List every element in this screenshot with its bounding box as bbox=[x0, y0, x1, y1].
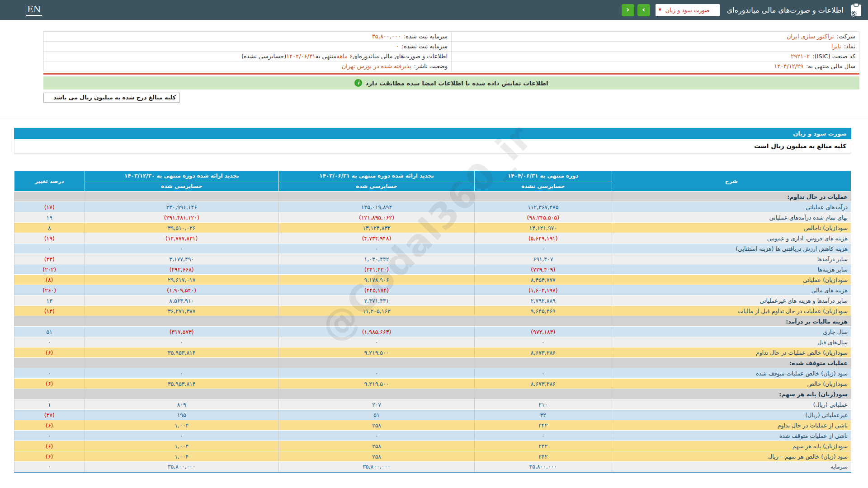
info-text-segment: منتهی به bbox=[316, 53, 336, 60]
topbar: اطلاعات و صورت‌های مالی میاندوره‌ای صورت… bbox=[0, 0, 868, 20]
description-cell: سود(زیان) پایه هر سهم bbox=[612, 441, 851, 451]
percent-change-value: (۶) bbox=[14, 420, 85, 431]
info-label: وضعیت ناشر: bbox=[414, 63, 448, 70]
language-en-link[interactable]: EN bbox=[26, 4, 42, 16]
chevron-down-icon: ▼ bbox=[659, 8, 661, 12]
info-text-segment: ۱۴۰۴/۰۶/۳۱ bbox=[286, 53, 316, 60]
current-period-value: ۱۴,۱۲۱,۹۷۰ bbox=[475, 223, 612, 233]
current-period-value: ۰ bbox=[475, 431, 612, 441]
info-label: نماد: bbox=[844, 43, 855, 50]
restated-period-value: (۲۴۱,۴۲۰) bbox=[278, 264, 474, 275]
table-row: سود (زیان) خالص عملیات متوقف شده۰۰۰۰ bbox=[14, 368, 851, 379]
subheader-current-audit-status: حسابرسی نشده bbox=[475, 181, 612, 192]
restated-period-value: ۲۰۷ bbox=[278, 399, 474, 410]
restated-period-value: (۱,۹۸۵,۶۶۳) bbox=[278, 327, 474, 337]
next-statement-button[interactable]: › bbox=[637, 4, 650, 16]
restated-year-value: (۲۹۲,۶۶۸) bbox=[85, 264, 278, 275]
restated-year-value: ۸۰۹ bbox=[85, 399, 278, 410]
current-period-value: ۸,۶۷۳,۲۸۶ bbox=[475, 347, 612, 358]
current-period-value: ۲,۷۹۲,۸۸۹ bbox=[475, 296, 612, 306]
restated-period-value: ۳۵,۸۰۰,۰۰۰ bbox=[278, 462, 474, 472]
current-period-value: (۱,۶۰۲,۱۹۷) bbox=[475, 285, 612, 296]
statement-type-value: صورت سود و زیان bbox=[665, 7, 710, 14]
info-value: ۱۴۰۴/۱۲/۲۹ bbox=[774, 63, 803, 70]
current-period-value: (۹۸,۲۴۵,۵۰۵) bbox=[475, 212, 612, 223]
percent-change-value: (۱۹) bbox=[14, 233, 85, 244]
table-row: سال‌های قبل۰۰۰۰ bbox=[14, 337, 851, 347]
percent-change-value: (۲۶۰) bbox=[14, 285, 85, 296]
restated-period-value: (۴,۷۳۴,۹۴۸) bbox=[278, 233, 474, 244]
restated-year-value: ۰ bbox=[85, 368, 278, 379]
description-cell: درآمدهای عملیاتی bbox=[612, 202, 851, 212]
restated-year-value: ۲۹,۶۱۷,۰۱۷ bbox=[85, 275, 278, 285]
description-cell: هزینه های مالی bbox=[612, 285, 851, 296]
percent-change-value: (۳۷) bbox=[14, 410, 85, 420]
current-period-value: ۰ bbox=[475, 368, 612, 379]
restated-year-value: ۳۳۰,۹۹۱,۱۴۶ bbox=[85, 202, 278, 212]
info-cell: سرمایه ثبت نشده:۰ bbox=[44, 42, 451, 51]
description-cell: عملیات متوقف شده: bbox=[612, 358, 851, 368]
percent-change-value: ۱۹ bbox=[14, 212, 85, 223]
statement-type-dropdown[interactable]: صورت سود و زیان ▼ bbox=[656, 4, 720, 16]
restated-period-value: ۰ bbox=[278, 337, 474, 347]
info-row: شرکت:تراکتور سازی ایرانسرمایه ثبت شده:۳۵… bbox=[44, 32, 859, 42]
prev-statement-button[interactable]: ‹ bbox=[622, 4, 634, 16]
current-period-value: ۸,۴۵۴,۷۷۷ bbox=[475, 275, 612, 285]
page-title: اطلاعات و صورت‌های مالی میاندوره‌ای bbox=[727, 6, 844, 14]
current-period-value: ۲۴۲ bbox=[475, 451, 612, 462]
restated-period-value: ۹,۱۷۸,۹۰۶ bbox=[278, 275, 474, 285]
table-row: سود(زیان) پایه هر سهم۲۴۲۲۵۸۱,۰۰۴(۶) bbox=[14, 441, 851, 451]
current-period-value: ۶۹۱,۴۰۷ bbox=[475, 254, 612, 264]
description-cell: سایر درآمدها bbox=[612, 254, 851, 264]
description-cell: هزینه های فروش، اداری و عمومی bbox=[612, 233, 851, 244]
table-row: هزینه های مالی(۱,۶۰۲,۱۹۷)(۴۴۵,۱۷۴)(۱,۹۰۹… bbox=[14, 285, 851, 296]
column-header-restated-period: تجدید ارائه شده دوره منتهی به ۱۴۰۳/۰۶/۳۱ bbox=[278, 171, 474, 181]
percent-change-value: (۳۳) bbox=[14, 254, 85, 264]
column-header-restated-year: تجدید ارائه شده دوره منتهی به ۱۴۰۳/۱۲/۳۰ bbox=[85, 171, 278, 181]
info-text-segment: ۶ ماهه bbox=[336, 53, 353, 60]
table-row: سود(زیان) خالص عملیات در حال تداوم۸,۶۷۳,… bbox=[14, 347, 851, 358]
info-cell: کد صنعت (ISIC):۲۹۲۱۰۲ bbox=[451, 52, 859, 61]
percent-change-value bbox=[14, 358, 85, 368]
description-cell: ناشی از عملیات در حال تداوم bbox=[612, 420, 851, 431]
section-divider bbox=[0, 119, 868, 119]
current-period-value: (۵,۶۲۹,۱۹۱) bbox=[475, 233, 612, 244]
description-cell: سال‌های قبل bbox=[612, 337, 851, 347]
table-row: سود(زیان) ناخالص۱۴,۱۲۱,۹۷۰۱۳,۱۲۴,۸۳۲۳۹,۵… bbox=[14, 223, 851, 233]
percent-change-value: ۰ bbox=[14, 244, 85, 254]
percent-change-value: (۶) bbox=[14, 379, 85, 389]
restated-period-value: ۱۱,۲۰۵,۱۶۳ bbox=[278, 306, 474, 316]
info-row: نماد:تایراسرمایه ثبت نشده:۰ bbox=[44, 42, 859, 52]
table-row: عملیاتی (ریال)۲۱۰۲۰۷۸۰۹۱ bbox=[14, 399, 851, 410]
description-cell: سرمایه bbox=[612, 462, 851, 472]
restated-year-value: ۱,۰۰۴ bbox=[85, 451, 278, 462]
percent-change-value: (۸) bbox=[14, 275, 85, 285]
restated-year-value: (۳۱۷,۵۷۳) bbox=[85, 327, 278, 337]
table-row: سایر هزینه‌ها(۷۲۹,۴۰۹)(۲۴۱,۴۲۰)(۲۹۲,۶۶۸)… bbox=[14, 264, 851, 275]
description-cell: هزینه مالیات بر درآمد: bbox=[612, 316, 851, 327]
info-cell: نماد:تایرا bbox=[451, 42, 859, 51]
table-row: سایر درآمدها و هزینه های غیرعملیاتی۲,۷۹۲… bbox=[14, 296, 851, 306]
info-text-segment: (حسابرسی نشده) bbox=[241, 53, 286, 60]
description-cell: ناشی از عملیات متوقف شده bbox=[612, 431, 851, 441]
description-cell: سود(زیان) خالص bbox=[612, 379, 851, 389]
info-value: تراکتور سازی ایران bbox=[787, 33, 834, 40]
description-cell: سایر هزینه‌ها bbox=[612, 264, 851, 275]
current-period-value: ۹,۶۴۵,۴۶۹ bbox=[475, 306, 612, 316]
restated-year-value bbox=[85, 358, 278, 368]
current-period-value: ۱۱۲,۳۶۷,۴۷۵ bbox=[475, 202, 612, 212]
table-row: درآمدهای عملیاتی۱۱۲,۳۶۷,۴۷۵۱۳۵,۰۱۹,۸۹۴۳۳… bbox=[14, 202, 851, 212]
restated-year-value: ۳۵,۸۰۰,۰۰۰ bbox=[85, 462, 278, 472]
restated-year-value: ۳۹,۵۱۰,۰۲۶ bbox=[85, 223, 278, 233]
description-cell: سود(زیان) خالص عملیات در حال تداوم bbox=[612, 347, 851, 358]
restated-period-value: ۱,۰۳۰,۴۴۲ bbox=[278, 254, 474, 264]
table-row: غیرعملیاتی (ریال)۳۲۵۱۱۹۵(۳۷) bbox=[14, 410, 851, 420]
restated-year-value: (۱,۹۰۹,۵۴۰) bbox=[85, 285, 278, 296]
restated-period-value: ۰ bbox=[278, 368, 474, 379]
table-row: سود(زیان) خالص۸,۶۷۳,۲۸۶۹,۲۱۹,۵۰۰۳۵,۹۵۳,۸… bbox=[14, 379, 851, 389]
restated-period-value: (۴۴۵,۱۷۴) bbox=[278, 285, 474, 296]
current-period-value: (۹۷۲,۱۸۳) bbox=[475, 327, 612, 337]
restated-period-value: ۲۵۸ bbox=[278, 451, 474, 462]
restated-period-value: ۲,۴۷۱,۴۳۱ bbox=[278, 296, 474, 306]
current-period-value: ۰ bbox=[475, 244, 612, 254]
